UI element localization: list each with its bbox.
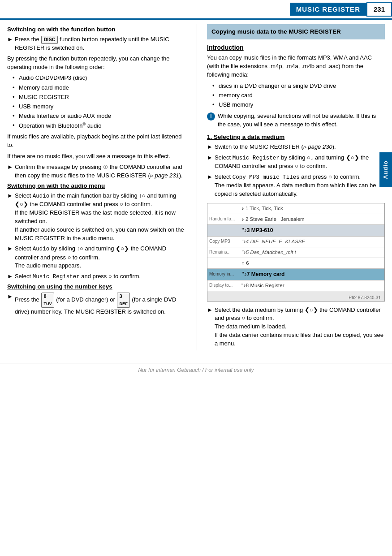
arrow-item-select-medium: ► Select the data medium by turning ❮○❯ … [207, 306, 385, 348]
intro-heading: Introduction [207, 44, 385, 51]
bullet-list-modes: Audio CD/DVD/MP3 (disc) Memory card mode… [13, 74, 185, 130]
intro-para: You can copy music files in the file for… [207, 54, 385, 79]
arrow-item-audio3: ► Select Music Register and press ○ to c… [7, 272, 185, 281]
screenshot-inner: ♪ 1 Tick, Tick, Tick Random fo... ♪ 2 St… [207, 203, 384, 301]
copy-mp3-mono: Copy MP3 music files [233, 174, 300, 181]
arrow-item: ► Press the DISC function button repeate… [7, 35, 185, 52]
num-heading-select-medium: 1. Selecting a data medium [207, 134, 385, 140]
arrow-item-audio2: ► Select Audio by sliding ↑○ and turning… [7, 245, 185, 270]
side-tab: Audio [379, 152, 392, 187]
item-text-numkeys: Press the 8TUV (for a DVD changer) or 3D… [15, 293, 185, 316]
list-item: memory card [212, 91, 385, 99]
screenshot-row-selected: Memory in... "♪7 Memory card [207, 269, 384, 280]
right-column: Copying music data to the MUSIC REGISTER… [205, 24, 385, 350]
disc-key: DISC [41, 36, 57, 44]
audio-mono2: Audio [33, 246, 50, 252]
highlight-box: Copying music data to the MUSIC REGISTER [207, 24, 385, 39]
main-content: Switching on with the function button ► … [0, 20, 392, 355]
para-no-files: If there are no music files, you will se… [7, 152, 185, 161]
item-text-audio3: Select Music Register and press ○ to con… [15, 272, 185, 281]
arrow-item-copy-mp3: ► Select Copy MP3 music files and press … [207, 173, 385, 198]
scr-track: ♪ 2 Steve Earle Jerusalem [240, 216, 384, 222]
arrow-icon: ► [7, 36, 13, 43]
item-text-audio2: Select Audio by sliding ↑○ and turning ❮… [15, 245, 185, 270]
item-text-switch-music-reg: Switch to the MUSIC REGISTER (▹ page 230… [215, 143, 385, 151]
arrow-item-switch-music-reg: ► Switch to the MUSIC REGISTER (▹ page 2… [207, 143, 385, 151]
screenshot-row: "♪3 MP3-610 [207, 225, 384, 237]
column-divider [197, 24, 197, 350]
list-item: discs in a DVD changer or a single DVD d… [212, 82, 385, 90]
list-item: Operation with Bluetooth® audio [13, 121, 185, 130]
scr-track-italic: "♪4 DIE_NEUE_E_KLASSE [240, 239, 384, 244]
scr-track: "♪8 Music Register [240, 283, 384, 288]
scr-label: Remains... [207, 250, 240, 255]
scr-track-bold: "♪3 MP3-610 [240, 227, 384, 233]
scr-label: Memory in... [207, 272, 240, 277]
watermark-text: Nur für internen Gebrauch / For internal… [138, 367, 254, 373]
ctrl-symbol: ☉ [103, 164, 108, 170]
arrow-icon: ► [207, 143, 213, 150]
item-text-select-music-reg: Select Music Register by sliding ○↓ and … [215, 154, 385, 171]
screenshot-area: ♪ 1 Tick, Tick, Tick Random fo... ♪ 2 St… [207, 203, 385, 302]
item-text-select-medium: Select the data medium by turning ❮○❯ th… [215, 306, 385, 348]
arrow-item-audio1: ► Select Audio in the main function bar … [7, 192, 185, 242]
item-text-copy-mp3: Select Copy MP3 music files and press ○ … [215, 173, 385, 198]
page-footer: Nur für internen Gebrauch / For internal… [0, 363, 392, 378]
music-reg-mono: Music Register [233, 155, 280, 161]
list-item: USB memory [13, 103, 185, 111]
scr-track: ♪ 1 Tick, Tick, Tick [240, 206, 384, 211]
arrow-icon: ► [7, 192, 13, 199]
list-item: Audio CD/DVD/MP3 (disc) [13, 74, 185, 82]
arrow-icon: ► [207, 154, 213, 161]
arrow-icon: ► [7, 164, 13, 170]
list-item: MUSIC REGISTER [13, 93, 185, 101]
scr-label: Display to... [207, 283, 240, 288]
item-text: Press the DISC function button repeatedl… [15, 35, 185, 52]
section-heading-function-button: Switching on with the function button [7, 26, 185, 33]
para-playback: If music files are available, playback b… [7, 133, 185, 150]
screenshot-row: Remains... "♪5 Das_Madchen_mit t [207, 247, 384, 258]
arrow-item-confirm: ► Confirm the message by pressing ☉ the … [7, 163, 185, 180]
info-box: i While copying, several functions will … [207, 112, 385, 129]
para-mode-change: By pressing the function button repeated… [7, 55, 185, 72]
section-audio-menu: Switching on with the audio menu ► Selec… [7, 182, 185, 281]
screenshot-row: ○ 6 [207, 258, 384, 269]
screenshot-row: Copy MP3 "♪4 DIE_NEUE_E_KLASSE [207, 237, 384, 247]
section-heading-audio-menu: Switching on with the audio menu [7, 182, 185, 189]
list-item: Media Interface or audio AUX mode [13, 112, 185, 120]
scr-label: Copy MP3 [207, 239, 240, 244]
key-3def: 3DEF [117, 293, 129, 308]
arrow-icon: ► [7, 273, 13, 280]
scr-track-italic2: "♪5 Das_Madchen_mit t [240, 250, 384, 255]
scr-track-selected: "♪7 Memory card [240, 271, 384, 277]
header-title: MUSIC REGISTER [290, 3, 366, 16]
info-text: While copying, several functions will no… [218, 112, 385, 129]
page-ref: ▹ page 231 [150, 172, 179, 179]
arrow-icon: ► [207, 306, 213, 313]
list-item: Memory card mode [13, 84, 185, 92]
music-register-mono: Music Register [33, 274, 80, 280]
scr-track: ○ 6 [240, 260, 384, 266]
page-number: 231 [366, 2, 392, 17]
section-function-button: Switching on with the function button ► … [7, 26, 185, 180]
section-heading-number-keys: Switching on using the number keys [7, 283, 185, 290]
key-8tuv: 8TUV [41, 293, 54, 308]
page-ref-230: ▹ page 230 [303, 143, 332, 150]
screenshot-row: Display to... "♪8 Music Register [207, 280, 384, 291]
info-icon: i [207, 112, 215, 121]
screenshot-row: ♪ 1 Tick, Tick, Tick [207, 203, 384, 214]
screenshot-row: Random fo... ♪ 2 Steve Earle Jerusalem [207, 214, 384, 225]
item-text-audio1: Select Audio in the main function bar by… [15, 192, 185, 242]
audio-mono: Audio [33, 193, 50, 199]
item-text-confirm: Confirm the message by pressing ☉ the CO… [15, 163, 185, 180]
page-header: MUSIC REGISTER 231 [0, 0, 392, 20]
arrow-item-select-music-reg: ► Select Music Register by sliding ○↓ an… [207, 154, 385, 171]
arrow-icon: ► [7, 245, 13, 252]
arrow-icon: ► [207, 173, 213, 180]
list-item: USB memory [212, 101, 385, 109]
left-column: Switching on with the function button ► … [7, 24, 189, 350]
section-number-keys: Switching on using the number keys ► Pre… [7, 283, 185, 316]
screenshot-caption: P62 87-8240-31 [348, 294, 382, 301]
arrow-item-numkeys: ► Press the 8TUV (for a DVD changer) or … [7, 293, 185, 316]
scr-label: Random fo... [207, 216, 240, 222]
